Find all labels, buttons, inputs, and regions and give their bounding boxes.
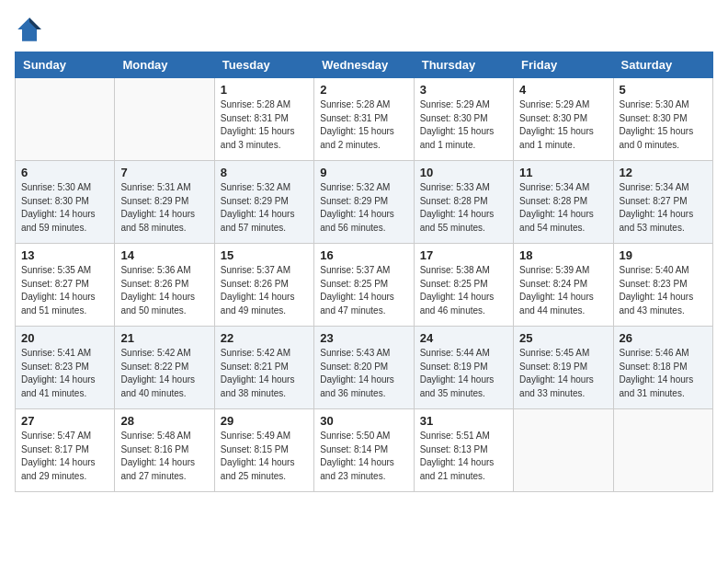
calendar-cell: 11Sunrise: 5:34 AM Sunset: 8:28 PM Dayli… xyxy=(514,161,613,244)
calendar-cell: 31Sunrise: 5:51 AM Sunset: 8:13 PM Dayli… xyxy=(414,409,513,492)
calendar-cell: 22Sunrise: 5:42 AM Sunset: 8:21 PM Dayli… xyxy=(214,327,313,409)
day-info: Sunrise: 5:34 AM Sunset: 8:28 PM Dayligh… xyxy=(519,181,607,235)
calendar-cell: 18Sunrise: 5:39 AM Sunset: 8:24 PM Dayli… xyxy=(514,244,613,327)
calendar-week-row: 6Sunrise: 5:30 AM Sunset: 8:30 PM Daylig… xyxy=(16,161,713,244)
calendar-cell: 30Sunrise: 5:50 AM Sunset: 8:14 PM Dayli… xyxy=(314,409,414,492)
day-number: 7 xyxy=(120,166,208,179)
calendar-cell: 19Sunrise: 5:40 AM Sunset: 8:23 PM Dayli… xyxy=(613,244,712,327)
calendar-cell: 12Sunrise: 5:34 AM Sunset: 8:27 PM Dayli… xyxy=(613,161,712,244)
calendar-cell: 1Sunrise: 5:28 AM Sunset: 8:31 PM Daylig… xyxy=(214,78,313,161)
day-number: 10 xyxy=(420,166,507,179)
calendar-cell: 6Sunrise: 5:30 AM Sunset: 8:30 PM Daylig… xyxy=(16,161,115,244)
day-number: 2 xyxy=(320,83,407,97)
calendar-week-row: 27Sunrise: 5:47 AM Sunset: 8:17 PM Dayli… xyxy=(16,409,713,492)
calendar-cell: 8Sunrise: 5:32 AM Sunset: 8:29 PM Daylig… xyxy=(214,161,313,244)
calendar-cell: 4Sunrise: 5:29 AM Sunset: 8:30 PM Daylig… xyxy=(514,78,613,161)
day-number: 30 xyxy=(320,414,407,428)
day-info: Sunrise: 5:36 AM Sunset: 8:26 PM Dayligh… xyxy=(120,264,208,317)
day-info: Sunrise: 5:29 AM Sunset: 8:30 PM Dayligh… xyxy=(519,98,607,152)
calendar-cell: 21Sunrise: 5:42 AM Sunset: 8:22 PM Dayli… xyxy=(115,327,214,409)
calendar-cell xyxy=(115,78,214,161)
day-number: 27 xyxy=(21,414,108,428)
day-number: 24 xyxy=(420,331,507,345)
day-number: 22 xyxy=(221,331,308,345)
day-info: Sunrise: 5:30 AM Sunset: 8:30 PM Dayligh… xyxy=(21,181,108,235)
calendar-cell xyxy=(514,409,613,492)
day-number: 12 xyxy=(620,166,707,179)
day-number: 11 xyxy=(519,166,607,179)
weekday-header: Sunday xyxy=(16,52,115,78)
day-number: 6 xyxy=(21,166,108,179)
calendar-table: SundayMondayTuesdayWednesdayThursdayFrid… xyxy=(15,52,713,492)
page-header xyxy=(15,15,713,44)
calendar-cell: 9Sunrise: 5:32 AM Sunset: 8:29 PM Daylig… xyxy=(314,161,414,244)
day-info: Sunrise: 5:42 AM Sunset: 8:21 PM Dayligh… xyxy=(221,347,308,400)
day-info: Sunrise: 5:37 AM Sunset: 8:26 PM Dayligh… xyxy=(221,264,308,317)
day-info: Sunrise: 5:40 AM Sunset: 8:23 PM Dayligh… xyxy=(620,264,707,317)
weekday-header: Thursday xyxy=(414,52,513,78)
calendar-cell: 16Sunrise: 5:37 AM Sunset: 8:25 PM Dayli… xyxy=(314,244,414,327)
day-info: Sunrise: 5:30 AM Sunset: 8:30 PM Dayligh… xyxy=(620,98,707,152)
day-info: Sunrise: 5:43 AM Sunset: 8:20 PM Dayligh… xyxy=(320,347,407,400)
day-info: Sunrise: 5:39 AM Sunset: 8:24 PM Dayligh… xyxy=(519,264,607,317)
day-number: 20 xyxy=(21,331,108,345)
day-info: Sunrise: 5:51 AM Sunset: 8:13 PM Dayligh… xyxy=(420,430,507,483)
calendar-cell: 2Sunrise: 5:28 AM Sunset: 8:31 PM Daylig… xyxy=(314,78,414,161)
calendar-cell: 24Sunrise: 5:44 AM Sunset: 8:19 PM Dayli… xyxy=(414,327,513,409)
day-info: Sunrise: 5:42 AM Sunset: 8:22 PM Dayligh… xyxy=(120,347,208,400)
calendar-cell: 23Sunrise: 5:43 AM Sunset: 8:20 PM Dayli… xyxy=(314,327,414,409)
day-info: Sunrise: 5:37 AM Sunset: 8:25 PM Dayligh… xyxy=(320,264,407,317)
day-number: 1 xyxy=(221,83,308,97)
day-info: Sunrise: 5:34 AM Sunset: 8:27 PM Dayligh… xyxy=(620,181,707,235)
day-number: 29 xyxy=(221,414,308,428)
day-info: Sunrise: 5:28 AM Sunset: 8:31 PM Dayligh… xyxy=(320,98,407,152)
day-info: Sunrise: 5:49 AM Sunset: 8:15 PM Dayligh… xyxy=(221,430,308,483)
weekday-header: Friday xyxy=(514,52,613,78)
day-info: Sunrise: 5:44 AM Sunset: 8:19 PM Dayligh… xyxy=(420,347,507,400)
calendar-week-row: 20Sunrise: 5:41 AM Sunset: 8:23 PM Dayli… xyxy=(16,327,713,409)
day-number: 23 xyxy=(320,331,407,345)
calendar-cell: 20Sunrise: 5:41 AM Sunset: 8:23 PM Dayli… xyxy=(16,327,115,409)
day-number: 5 xyxy=(620,83,707,97)
day-number: 18 xyxy=(519,248,607,262)
day-number: 3 xyxy=(420,83,507,97)
day-number: 31 xyxy=(420,414,507,428)
day-info: Sunrise: 5:29 AM Sunset: 8:30 PM Dayligh… xyxy=(420,98,507,152)
day-info: Sunrise: 5:33 AM Sunset: 8:28 PM Dayligh… xyxy=(420,181,507,235)
calendar-cell: 14Sunrise: 5:36 AM Sunset: 8:26 PM Dayli… xyxy=(115,244,214,327)
day-number: 19 xyxy=(620,248,707,262)
logo-icon xyxy=(15,15,44,44)
day-info: Sunrise: 5:32 AM Sunset: 8:29 PM Dayligh… xyxy=(221,181,308,235)
day-number: 8 xyxy=(221,166,308,179)
calendar-cell: 26Sunrise: 5:46 AM Sunset: 8:18 PM Dayli… xyxy=(613,327,712,409)
calendar-cell: 13Sunrise: 5:35 AM Sunset: 8:27 PM Dayli… xyxy=(16,244,115,327)
calendar-cell: 25Sunrise: 5:45 AM Sunset: 8:19 PM Dayli… xyxy=(514,327,613,409)
day-number: 28 xyxy=(120,414,208,428)
day-number: 4 xyxy=(519,83,607,97)
calendar-cell: 7Sunrise: 5:31 AM Sunset: 8:29 PM Daylig… xyxy=(115,161,214,244)
day-info: Sunrise: 5:50 AM Sunset: 8:14 PM Dayligh… xyxy=(320,430,407,483)
day-number: 21 xyxy=(120,331,208,345)
calendar-week-row: 1Sunrise: 5:28 AM Sunset: 8:31 PM Daylig… xyxy=(16,78,713,161)
weekday-header: Wednesday xyxy=(314,52,414,78)
day-number: 26 xyxy=(620,331,707,345)
day-info: Sunrise: 5:45 AM Sunset: 8:19 PM Dayligh… xyxy=(519,347,607,400)
day-number: 25 xyxy=(519,331,607,345)
calendar-cell: 17Sunrise: 5:38 AM Sunset: 8:25 PM Dayli… xyxy=(414,244,513,327)
calendar-cell: 10Sunrise: 5:33 AM Sunset: 8:28 PM Dayli… xyxy=(414,161,513,244)
day-number: 13 xyxy=(21,248,108,262)
day-number: 16 xyxy=(320,248,407,262)
day-number: 15 xyxy=(221,248,308,262)
day-info: Sunrise: 5:41 AM Sunset: 8:23 PM Dayligh… xyxy=(21,347,108,400)
weekday-header: Tuesday xyxy=(214,52,313,78)
day-info: Sunrise: 5:35 AM Sunset: 8:27 PM Dayligh… xyxy=(21,264,108,317)
day-info: Sunrise: 5:28 AM Sunset: 8:31 PM Dayligh… xyxy=(221,98,308,152)
weekday-header: Monday xyxy=(115,52,214,78)
day-info: Sunrise: 5:31 AM Sunset: 8:29 PM Dayligh… xyxy=(120,181,208,235)
day-info: Sunrise: 5:32 AM Sunset: 8:29 PM Dayligh… xyxy=(320,181,407,235)
weekday-header: Saturday xyxy=(613,52,712,78)
calendar-cell xyxy=(16,78,115,161)
day-number: 17 xyxy=(420,248,507,262)
calendar-cell: 3Sunrise: 5:29 AM Sunset: 8:30 PM Daylig… xyxy=(414,78,513,161)
day-number: 9 xyxy=(320,166,407,179)
